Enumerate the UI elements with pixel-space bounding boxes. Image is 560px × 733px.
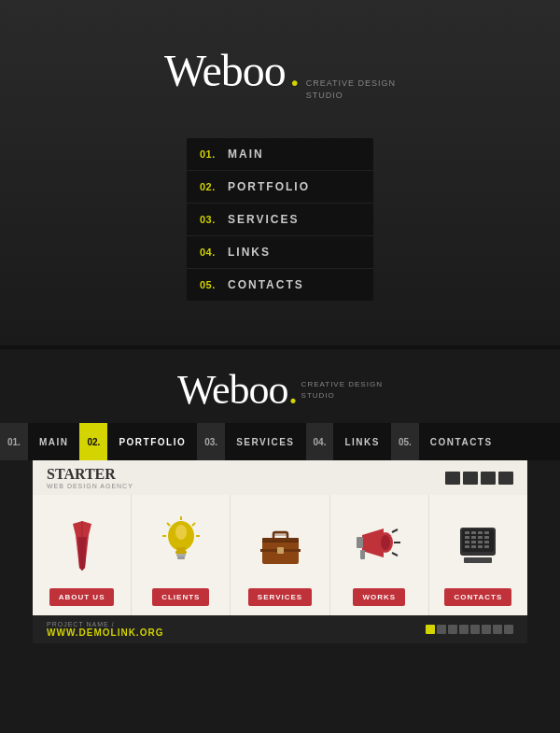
menu-item-4[interactable]: 04.LINKS: [187, 236, 373, 269]
pagination-dot-5[interactable]: [470, 625, 480, 634]
bottom-logo: Weboo . CREATIVE DESIGN STUDIO: [0, 349, 560, 423]
site-logo-sub: WEB DESIGN AGENCY: [47, 483, 133, 489]
svg-rect-43: [478, 541, 483, 543]
card-contacts: CONTACTS: [429, 495, 527, 615]
site-header: STARTER WEB DESIGN AGENCY: [33, 460, 527, 495]
card-btn-5[interactable]: CONTACTS: [444, 588, 511, 606]
card-btn-4[interactable]: WORKS: [353, 588, 405, 606]
nav-num-5: 05.: [391, 423, 419, 460]
menu-num-2: 02.: [200, 181, 228, 192]
nav-num-3: 03.: [197, 423, 225, 460]
pagination-dot-2[interactable]: [437, 625, 446, 634]
svg-point-9: [175, 525, 187, 540]
nav-item-5[interactable]: 05.CONTACTS: [391, 423, 504, 460]
menu-label-5: CONTACTS: [228, 278, 304, 291]
nav-label-4: LINKS: [333, 437, 391, 447]
nav-label-1: MAIN: [28, 437, 80, 447]
card-btn-2[interactable]: CLIENTS: [152, 588, 209, 606]
svg-rect-5: [176, 547, 186, 551]
svg-rect-46: [471, 545, 476, 548]
pagination-dot-4[interactable]: [459, 625, 469, 634]
nav-icon-4[interactable]: [498, 472, 513, 485]
bottom-logo-dot: .: [288, 366, 299, 414]
phone-icon: [445, 514, 511, 574]
card-about us: ABOUT US: [33, 495, 132, 615]
cards-container: ABOUT US CLIENTS SERVICES: [33, 495, 527, 615]
site-nav-icons: [445, 472, 513, 485]
top-menu: 01.MAIN02.PORTFOLIO03.SERVICES04.LINKS05…: [187, 138, 373, 301]
menu-num-3: 03.: [200, 214, 228, 225]
svg-rect-6: [175, 551, 187, 554]
menu-label-1: MAIN: [228, 148, 264, 161]
svg-rect-35: [478, 531, 483, 534]
bottom-section: Weboo . CREATIVE DESIGN STUDIO 01.MAIN02…: [0, 349, 560, 643]
svg-point-25: [381, 535, 390, 550]
nav-item-1[interactable]: 01.MAIN: [0, 423, 79, 460]
svg-rect-38: [471, 536, 476, 539]
svg-line-12: [192, 523, 195, 526]
pagination-dot-1[interactable]: [426, 625, 435, 634]
svg-rect-40: [484, 536, 489, 539]
svg-rect-33: [465, 531, 469, 534]
card-btn-1[interactable]: ABOUT US: [49, 588, 115, 606]
nav-icon-2[interactable]: [463, 472, 478, 485]
nav-label-5: CONTACTS: [419, 437, 504, 447]
pagination: [426, 625, 513, 634]
menu-item-5[interactable]: 05.CONTACTS: [187, 269, 373, 301]
nav-item-4[interactable]: 04.LINKS: [306, 423, 391, 460]
top-logo: Weboo . CREATIVE DESIGN STUDIO: [164, 45, 396, 101]
svg-rect-44: [484, 541, 489, 543]
svg-line-11: [167, 523, 170, 526]
card-works: WORKS: [330, 495, 429, 615]
svg-rect-42: [471, 541, 476, 543]
project-info: PROJECT NAME / WWW.DEMOLINK.ORG: [47, 621, 163, 638]
top-section: Weboo . CREATIVE DESIGN STUDIO 01.MAIN02…: [0, 0, 560, 345]
bulb-icon: [148, 514, 214, 574]
bottom-logo-tagline: CREATIVE DESIGN STUDIO: [301, 379, 383, 400]
menu-label-4: LINKS: [228, 246, 271, 259]
pagination-dot-3[interactable]: [448, 625, 457, 634]
menu-label-2: PORTFOLIO: [228, 180, 310, 193]
pagination-dot-7[interactable]: [493, 625, 502, 634]
bottom-bar: PROJECT NAME / WWW.DEMOLINK.ORG: [33, 615, 527, 643]
menu-item-2[interactable]: 02.PORTFOLIO: [187, 171, 373, 204]
nav-icon-3[interactable]: [481, 472, 496, 485]
card-services: SERVICES: [231, 495, 329, 615]
site-logo-text: STARTER: [47, 466, 133, 483]
nav-item-3[interactable]: 03.SERVICES: [197, 423, 305, 460]
svg-rect-23: [357, 537, 363, 548]
pagination-dot-6[interactable]: [482, 625, 491, 634]
menu-item-3[interactable]: 03.SERVICES: [187, 204, 373, 236]
svg-rect-36: [484, 531, 489, 534]
project-url: WWW.DEMOLINK.ORG: [47, 627, 163, 638]
card-btn-3[interactable]: SERVICES: [248, 588, 312, 606]
svg-rect-8: [177, 557, 185, 559]
menu-num-5: 05.: [200, 279, 228, 290]
briefcase-icon: [247, 514, 313, 574]
svg-rect-7: [176, 554, 186, 557]
card-clients: CLIENTS: [132, 495, 231, 615]
project-label: PROJECT NAME /: [47, 621, 163, 627]
menu-label-3: SERVICES: [228, 213, 299, 226]
nav-label-3: SERVICES: [225, 437, 305, 447]
nav-icon-1[interactable]: [445, 472, 460, 485]
svg-rect-20: [277, 547, 284, 554]
megaphone-icon: [346, 514, 412, 574]
svg-rect-47: [478, 545, 483, 548]
nav-num-4: 04.: [306, 423, 334, 460]
nav-item-2[interactable]: 02.PORTFOLIO: [79, 423, 197, 460]
logo-dot: .: [289, 45, 301, 96]
menu-num-1: 01.: [200, 148, 228, 160]
svg-rect-48: [484, 545, 489, 548]
tie-icon: [49, 514, 115, 574]
nav-num-2: 02.: [79, 423, 107, 460]
svg-rect-45: [465, 545, 469, 548]
menu-item-1[interactable]: 01.MAIN: [187, 138, 373, 171]
nav-num-1: 01.: [0, 423, 28, 460]
logo-tagline: CREATIVE DESIGN STUDIO: [306, 78, 396, 101]
svg-rect-34: [471, 531, 476, 534]
svg-line-29: [392, 553, 398, 556]
pagination-dot-8[interactable]: [504, 625, 513, 634]
svg-line-27: [392, 529, 398, 532]
svg-rect-41: [465, 541, 469, 543]
